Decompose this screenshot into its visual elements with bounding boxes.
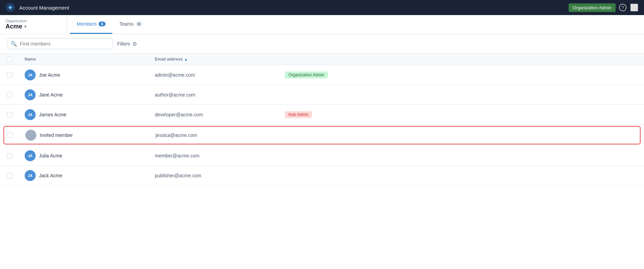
email-cell: admin@acme.com xyxy=(155,72,285,78)
avatar: JA xyxy=(25,170,36,181)
column-header-email[interactable]: Email address ▲ xyxy=(155,56,285,62)
status-badge: Organization Admin xyxy=(285,72,328,78)
row-checkbox-cell xyxy=(7,92,25,98)
table-row: JA Jane Acme author@acme.com xyxy=(0,85,644,105)
highlighted-row-wrapper: Invited member jessica@acme.com xyxy=(0,125,644,146)
column-header-role xyxy=(285,56,637,62)
tab-members-label: Members xyxy=(77,21,97,27)
search-icon: 🔍 xyxy=(11,41,17,47)
row-checkbox-cell xyxy=(8,132,25,138)
org-admin-button[interactable]: Organization Admin xyxy=(569,3,616,12)
row-checkbox[interactable] xyxy=(7,112,12,117)
member-name: Jane Acme xyxy=(39,92,63,98)
email-cell: member@acme.com xyxy=(155,153,285,158)
email-cell: jessica@acme.com xyxy=(156,132,286,138)
help-icon: ? xyxy=(619,4,627,11)
member-cell: JA Jane Acme xyxy=(25,89,155,100)
row-checkbox[interactable] xyxy=(7,153,12,158)
email-cell: author@acme.com xyxy=(155,92,285,98)
row-checkbox-cell xyxy=(7,173,25,178)
avatar: JA xyxy=(25,109,36,120)
org-name-text: Acme xyxy=(5,23,22,30)
tab-teams-badge: 6 xyxy=(136,22,143,26)
filters-button[interactable]: Filters ⚙ xyxy=(117,41,137,47)
table-row: JA James Acme developer@acme.com Hub Adm… xyxy=(0,105,644,125)
row-checkbox[interactable] xyxy=(7,72,12,78)
member-name: James Acme xyxy=(39,112,66,117)
avatar: JA xyxy=(25,69,36,80)
topbar-right: Organization Admin ? ⬜ xyxy=(569,3,639,12)
email-cell: publisher@acme.com xyxy=(155,173,285,178)
filter-icon: ⚙ xyxy=(132,41,137,47)
role-cell: Hub Admin xyxy=(285,111,637,118)
avatar xyxy=(25,130,36,141)
toolbar: 🔍 Filters ⚙ xyxy=(0,34,644,54)
table-row-invited: Invited member jessica@acme.com xyxy=(3,126,641,144)
row-checkbox-cell xyxy=(7,112,25,117)
row-checkbox-cell xyxy=(7,72,25,78)
tab-teams[interactable]: Teams 6 xyxy=(112,15,149,34)
member-cell: JA Joe Acme xyxy=(25,69,155,80)
member-name: Jack Acme xyxy=(39,173,62,178)
org-selector[interactable]: Organization Acme ▾ xyxy=(5,15,67,34)
tabs-container: Members 6 Teams 6 xyxy=(67,15,149,34)
col-email-label: Email address xyxy=(155,57,183,62)
select-all-checkbox[interactable] xyxy=(7,56,12,62)
email-cell: developer@acme.com xyxy=(155,112,285,117)
row-checkbox[interactable] xyxy=(7,173,12,178)
compose-button[interactable]: ⬜ xyxy=(630,3,639,12)
help-button[interactable]: ? xyxy=(619,4,627,11)
tab-teams-label: Teams xyxy=(119,21,133,27)
member-name: Julia Acme xyxy=(39,153,62,158)
tab-members[interactable]: Members 6 xyxy=(70,15,112,34)
filters-label: Filters xyxy=(117,41,130,47)
column-header-name: Name xyxy=(25,56,155,62)
search-input[interactable] xyxy=(20,41,109,47)
chevron-down-icon: ▾ xyxy=(24,24,26,29)
column-header-checkbox xyxy=(7,56,25,62)
member-cell: JA James Acme xyxy=(25,109,155,120)
app-title: Account Management xyxy=(19,5,69,11)
app-logo-icon xyxy=(5,3,15,12)
member-name: Invited member xyxy=(40,132,73,138)
compose-icon: ⬜ xyxy=(630,3,639,12)
sort-asc-icon: ▲ xyxy=(184,57,188,61)
tab-members-badge: 6 xyxy=(99,22,106,26)
col-name-label: Name xyxy=(25,57,36,62)
status-badge: Hub Admin xyxy=(285,111,312,118)
table-row: JA Jack Acme publisher@acme.com xyxy=(0,166,644,185)
row-checkbox[interactable] xyxy=(8,132,13,138)
org-name: Acme ▾ xyxy=(5,23,59,30)
table-row: JA Joe Acme admin@acme.com Organization … xyxy=(0,65,644,85)
avatar: JA xyxy=(25,89,36,100)
member-cell: JA Jack Acme xyxy=(25,170,155,181)
member-name: Joe Acme xyxy=(39,72,60,78)
members-table: Name Email address ▲ JA Joe Acme admin@a… xyxy=(0,54,644,185)
search-box: 🔍 xyxy=(7,38,113,49)
avatar: JA xyxy=(25,150,36,161)
subheader: Organization Acme ▾ Members 6 Teams 6 xyxy=(0,15,644,34)
topbar-left: Account Management xyxy=(5,3,69,12)
member-cell: Invited member xyxy=(25,130,156,141)
table-row: JA Julia Acme member@acme.com xyxy=(0,146,644,166)
table-header: Name Email address ▲ xyxy=(0,54,644,65)
member-cell: JA Julia Acme xyxy=(25,150,155,161)
topbar: Account Management Organization Admin ? … xyxy=(0,0,644,15)
row-checkbox-cell xyxy=(7,153,25,158)
org-label: Organization xyxy=(5,19,59,23)
row-checkbox[interactable] xyxy=(7,92,12,98)
role-cell: Organization Admin xyxy=(285,72,637,78)
